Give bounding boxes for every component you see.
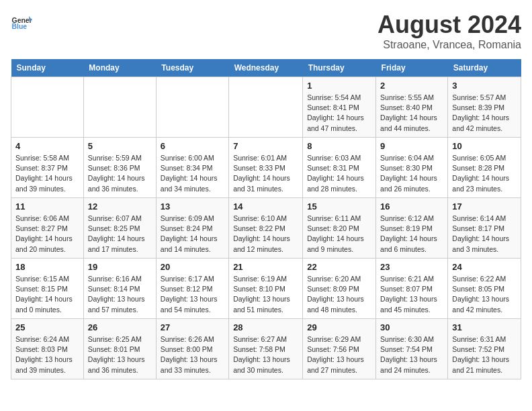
day-info: Sunrise: 6:04 AM Sunset: 8:30 PM Dayligh…: [380, 153, 443, 194]
day-number: 1: [307, 81, 371, 91]
calendar-week-3: 11Sunrise: 6:06 AM Sunset: 8:27 PM Dayli…: [11, 198, 521, 259]
day-number: 9: [380, 141, 443, 151]
day-info: Sunrise: 6:10 AM Sunset: 8:22 PM Dayligh…: [233, 214, 298, 255]
calendar-week-2: 4Sunrise: 5:58 AM Sunset: 8:37 PM Daylig…: [11, 138, 521, 198]
column-header-sunday: Sunday: [11, 59, 84, 77]
calendar-cell: 22Sunrise: 6:20 AM Sunset: 8:09 PM Dayli…: [303, 259, 376, 319]
day-number: 30: [380, 322, 443, 332]
calendar-body: 1Sunrise: 5:54 AM Sunset: 8:41 PM Daylig…: [11, 77, 521, 379]
calendar-header-row: SundayMondayTuesdayWednesdayThursdayFrid…: [11, 59, 521, 77]
day-number: 11: [15, 201, 79, 212]
day-number: 2: [380, 81, 443, 91]
day-info: Sunrise: 6:24 AM Sunset: 8:03 PM Dayligh…: [15, 334, 79, 375]
calendar-week-4: 18Sunrise: 6:15 AM Sunset: 8:15 PM Dayli…: [11, 259, 521, 319]
calendar-cell: 19Sunrise: 6:16 AM Sunset: 8:14 PM Dayli…: [83, 259, 156, 319]
day-number: 6: [161, 141, 224, 151]
day-info: Sunrise: 5:59 AM Sunset: 8:36 PM Dayligh…: [88, 153, 152, 194]
day-info: Sunrise: 6:14 AM Sunset: 8:17 PM Dayligh…: [452, 214, 517, 255]
day-number: 27: [161, 322, 224, 332]
calendar-cell: 15Sunrise: 6:11 AM Sunset: 8:20 PM Dayli…: [303, 198, 376, 259]
title-block: August 2024 Straoane, Vrancea, Romania: [378, 11, 521, 51]
day-number: 8: [307, 141, 371, 151]
calendar-cell: 11Sunrise: 6:06 AM Sunset: 8:27 PM Dayli…: [11, 198, 84, 259]
column-header-wednesday: Wednesday: [229, 59, 303, 77]
calendar-cell: 26Sunrise: 6:25 AM Sunset: 8:01 PM Dayli…: [83, 319, 156, 379]
day-info: Sunrise: 6:15 AM Sunset: 8:15 PM Dayligh…: [15, 274, 79, 315]
calendar-cell: 23Sunrise: 6:21 AM Sunset: 8:07 PM Dayli…: [376, 259, 448, 319]
day-info: Sunrise: 6:27 AM Sunset: 7:58 PM Dayligh…: [233, 334, 298, 375]
column-header-thursday: Thursday: [303, 59, 376, 77]
day-info: Sunrise: 5:58 AM Sunset: 8:37 PM Dayligh…: [15, 153, 79, 194]
day-info: Sunrise: 5:54 AM Sunset: 8:41 PM Dayligh…: [307, 93, 371, 134]
page-header: General Blue August 2024 Straoane, Vranc…: [11, 11, 521, 51]
day-info: Sunrise: 6:29 AM Sunset: 7:56 PM Dayligh…: [307, 334, 371, 375]
day-number: 20: [161, 262, 224, 272]
calendar-cell: [11, 77, 84, 138]
calendar-cell: 14Sunrise: 6:10 AM Sunset: 8:22 PM Dayli…: [229, 198, 303, 259]
calendar-cell: [229, 77, 303, 138]
calendar-cell: 17Sunrise: 6:14 AM Sunset: 8:17 PM Dayli…: [448, 198, 521, 259]
calendar-cell: 10Sunrise: 6:05 AM Sunset: 8:28 PM Dayli…: [448, 138, 521, 198]
logo-icon: General Blue: [11, 11, 32, 32]
calendar-cell: 18Sunrise: 6:15 AM Sunset: 8:15 PM Dayli…: [11, 259, 84, 319]
logo: General Blue: [11, 11, 32, 32]
day-number: 22: [307, 262, 371, 272]
day-info: Sunrise: 6:01 AM Sunset: 8:33 PM Dayligh…: [233, 153, 298, 194]
day-number: 23: [380, 262, 443, 272]
calendar-week-1: 1Sunrise: 5:54 AM Sunset: 8:41 PM Daylig…: [11, 77, 521, 138]
day-info: Sunrise: 6:17 AM Sunset: 8:12 PM Dayligh…: [161, 274, 224, 315]
day-number: 21: [233, 262, 298, 272]
day-info: Sunrise: 6:12 AM Sunset: 8:19 PM Dayligh…: [380, 214, 443, 255]
day-number: 15: [307, 201, 371, 212]
calendar-cell: 13Sunrise: 6:09 AM Sunset: 8:24 PM Dayli…: [156, 198, 228, 259]
day-info: Sunrise: 6:30 AM Sunset: 7:54 PM Dayligh…: [380, 334, 443, 375]
day-number: 7: [233, 141, 298, 151]
calendar-cell: 12Sunrise: 6:07 AM Sunset: 8:25 PM Dayli…: [83, 198, 156, 259]
calendar-cell: 2Sunrise: 5:55 AM Sunset: 8:40 PM Daylig…: [376, 77, 448, 138]
calendar-cell: 7Sunrise: 6:01 AM Sunset: 8:33 PM Daylig…: [229, 138, 303, 198]
day-info: Sunrise: 6:03 AM Sunset: 8:31 PM Dayligh…: [307, 153, 371, 194]
day-number: 17: [452, 201, 517, 212]
calendar-cell: 6Sunrise: 6:00 AM Sunset: 8:34 PM Daylig…: [156, 138, 228, 198]
calendar-cell: 21Sunrise: 6:19 AM Sunset: 8:10 PM Dayli…: [229, 259, 303, 319]
column-header-tuesday: Tuesday: [156, 59, 228, 77]
day-number: 31: [452, 322, 517, 332]
calendar-cell: 29Sunrise: 6:29 AM Sunset: 7:56 PM Dayli…: [303, 319, 376, 379]
day-number: 13: [161, 201, 224, 212]
day-info: Sunrise: 5:55 AM Sunset: 8:40 PM Dayligh…: [380, 93, 443, 134]
day-number: 4: [15, 141, 79, 151]
calendar-table: SundayMondayTuesdayWednesdayThursdayFrid…: [11, 59, 521, 379]
calendar-cell: 31Sunrise: 6:31 AM Sunset: 7:52 PM Dayli…: [448, 319, 521, 379]
day-info: Sunrise: 6:26 AM Sunset: 8:00 PM Dayligh…: [161, 334, 224, 375]
day-info: Sunrise: 6:22 AM Sunset: 8:05 PM Dayligh…: [452, 274, 517, 315]
day-number: 29: [307, 322, 371, 332]
svg-text:Blue: Blue: [12, 23, 28, 30]
day-info: Sunrise: 6:07 AM Sunset: 8:25 PM Dayligh…: [88, 214, 152, 255]
calendar-week-5: 25Sunrise: 6:24 AM Sunset: 8:03 PM Dayli…: [11, 319, 521, 379]
calendar-cell: 25Sunrise: 6:24 AM Sunset: 8:03 PM Dayli…: [11, 319, 84, 379]
day-number: 28: [233, 322, 298, 332]
day-info: Sunrise: 6:00 AM Sunset: 8:34 PM Dayligh…: [161, 153, 224, 194]
column-header-saturday: Saturday: [448, 59, 521, 77]
calendar-cell: 1Sunrise: 5:54 AM Sunset: 8:41 PM Daylig…: [303, 77, 376, 138]
day-info: Sunrise: 6:11 AM Sunset: 8:20 PM Dayligh…: [307, 214, 371, 255]
calendar-cell: 20Sunrise: 6:17 AM Sunset: 8:12 PM Dayli…: [156, 259, 228, 319]
day-info: Sunrise: 6:06 AM Sunset: 8:27 PM Dayligh…: [15, 214, 79, 255]
day-number: 5: [88, 141, 152, 151]
column-header-monday: Monday: [83, 59, 156, 77]
month-title: August 2024: [378, 11, 521, 39]
calendar-cell: 4Sunrise: 5:58 AM Sunset: 8:37 PM Daylig…: [11, 138, 84, 198]
day-number: 10: [452, 141, 517, 151]
day-info: Sunrise: 6:20 AM Sunset: 8:09 PM Dayligh…: [307, 274, 371, 315]
day-info: Sunrise: 6:25 AM Sunset: 8:01 PM Dayligh…: [88, 334, 152, 375]
calendar-cell: [156, 77, 228, 138]
calendar-cell: 27Sunrise: 6:26 AM Sunset: 8:00 PM Dayli…: [156, 319, 228, 379]
day-info: Sunrise: 6:16 AM Sunset: 8:14 PM Dayligh…: [88, 274, 152, 315]
day-info: Sunrise: 6:09 AM Sunset: 8:24 PM Dayligh…: [161, 214, 224, 255]
day-number: 18: [15, 262, 79, 272]
day-number: 24: [452, 262, 517, 272]
day-number: 3: [452, 81, 517, 91]
day-number: 12: [88, 201, 152, 212]
calendar-cell: 28Sunrise: 6:27 AM Sunset: 7:58 PM Dayli…: [229, 319, 303, 379]
day-info: Sunrise: 6:05 AM Sunset: 8:28 PM Dayligh…: [452, 153, 517, 194]
